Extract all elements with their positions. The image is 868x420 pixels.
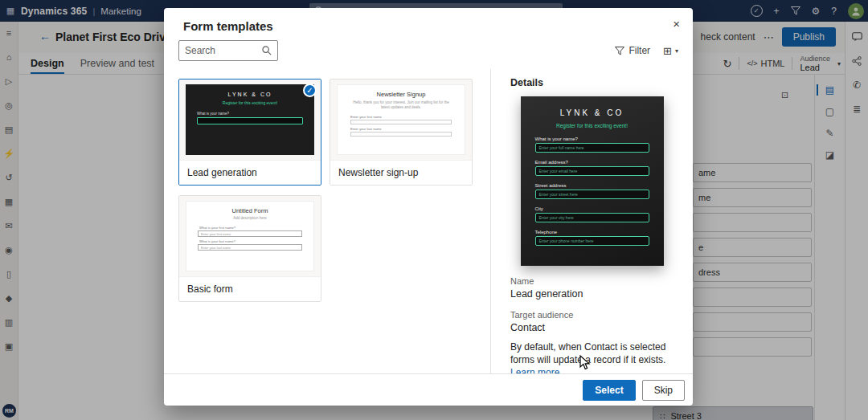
mini-form-input <box>350 120 452 124</box>
view-toggle-button[interactable]: ⊞ ▾ <box>663 45 678 57</box>
mini-form-input: Enter your last name <box>198 244 302 251</box>
search-icon <box>262 46 272 55</box>
preview-form-field: Email address? Enter your email here <box>535 160 649 176</box>
template-preview: LYNK & CO Register for this exciting eve… <box>521 96 664 266</box>
mini-form-input: Enter your first name <box>198 230 302 237</box>
filter-label: Filter <box>628 45 650 56</box>
template-thumbnail: LYNK & CO Register for this exciting eve… <box>179 80 321 160</box>
mini-form-field-label: Enter your first name <box>350 115 452 119</box>
preview-form-input: Enter your full name here <box>535 143 649 153</box>
filter-button[interactable]: Filter <box>615 45 650 56</box>
template-thumbnail: Untitled Form Add description here What … <box>179 196 321 276</box>
mini-form-input <box>197 117 303 124</box>
preview-form-input: Enter your phone number here <box>535 236 649 246</box>
mini-form-field-label: What is your first name? <box>199 226 301 230</box>
dialog-footer: Select Skip <box>164 373 693 406</box>
template-card-label: Lead generation <box>179 160 321 185</box>
template-search[interactable] <box>178 40 278 61</box>
template-search-input[interactable] <box>185 45 258 56</box>
mini-lead-form: LYNK & CO Register for this exciting eve… <box>186 84 314 155</box>
mini-form-title: Newsletter Signup <box>338 91 465 98</box>
preview-form-field: What is your name? Enter your full name … <box>535 137 649 153</box>
mini-form-input <box>350 132 452 137</box>
template-card-basic-form[interactable]: Untitled Form Add description here What … <box>178 195 321 302</box>
template-card-newsletter-sign-up[interactable]: Newsletter Signup Hello, thank you for y… <box>330 79 473 186</box>
target-audience-label: Target audience <box>510 310 674 320</box>
template-card-label: Basic form <box>179 276 321 301</box>
funnel-icon <box>615 47 624 55</box>
preview-form-input: Enter your street here <box>535 190 649 199</box>
mini-form-body: Hello, thank you for your interest. Join… <box>349 100 453 111</box>
toolbar-right: Filter ⊞ ▾ <box>615 45 678 57</box>
mini-form-logo: LYNK & CO <box>186 92 314 97</box>
dialog-header: Form templates × <box>164 8 693 40</box>
details-panel: Details LYNK & CO Register for this exci… <box>490 69 693 373</box>
select-button[interactable]: Select <box>583 380 635 401</box>
form-templates-dialog: Form templates × Filter ⊞ ▾ <box>164 8 693 406</box>
mini-form-field-label: What is your name? <box>197 112 303 116</box>
mini-newsletter-form: Newsletter Signup Hello, thank you for y… <box>337 84 465 155</box>
selected-check-icon: ✓ <box>303 84 317 97</box>
dialog-toolbar: Filter ⊞ ▾ <box>178 40 678 61</box>
chevron-down-icon: ▾ <box>675 47 678 55</box>
mini-basic-form: Untitled Form Add description here What … <box>186 201 314 271</box>
dialog-body: LYNK & CO Register for this exciting eve… <box>164 69 693 373</box>
target-audience-value: Contact <box>510 322 674 333</box>
preview-form-field: Telephone Enter your phone number here <box>535 230 649 246</box>
name-label: Name <box>510 276 674 286</box>
template-thumbnail: Newsletter Signup Hello, thank you for y… <box>330 80 472 160</box>
skip-button[interactable]: Skip <box>642 380 685 401</box>
audience-description: By default, when Contact is selected for… <box>510 340 674 373</box>
preview-form-field: City Enter your city here <box>535 206 649 222</box>
mini-form-tagline: Register for this exciting event! <box>186 100 314 105</box>
grid-view-icon: ⊞ <box>663 45 672 57</box>
preview-form-input: Enter your email here <box>535 166 649 176</box>
name-value: Lead generation <box>510 288 674 300</box>
template-card-lead-generation[interactable]: LYNK & CO Register for this exciting eve… <box>178 79 321 186</box>
app-window: ▦ Dynamics 365 | Marketing ✓ + ⚙ ? ≡ ⌂ ▷… <box>0 0 868 420</box>
preview-form-input: Enter your city here <box>535 213 649 222</box>
preview-form-logo: LYNK & CO <box>535 108 649 117</box>
preview-form-field: Street address Enter your street here <box>535 183 649 199</box>
mini-form-subtitle: Add description here <box>186 216 313 220</box>
template-card-label: Newsletter sign-up <box>330 160 472 185</box>
dialog-title: Form templates <box>183 19 273 33</box>
preview-form-tagline: Register for this exciting event! <box>535 123 649 128</box>
mini-form-field-label: What is your last name? <box>199 239 301 243</box>
template-card-grid: LYNK & CO Register for this exciting eve… <box>164 69 490 373</box>
close-icon[interactable]: × <box>673 18 680 30</box>
mini-form-title: Untitled Form <box>186 207 313 214</box>
details-heading: Details <box>510 77 674 88</box>
learn-more-link[interactable]: Learn more <box>510 367 559 373</box>
mini-form-field-label: Enter your last name <box>350 127 452 131</box>
